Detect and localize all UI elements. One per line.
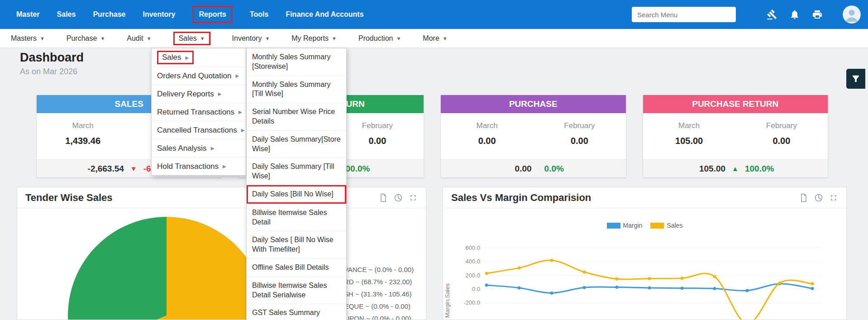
- sales-margin-line-chart: 600.0400.0200.00.0-200.0: [459, 235, 839, 320]
- submenu-item-daily-sales-bill-no-wise-with-timefilter[interactable]: Daily Sales [ Bill No Wise With Timefilt…: [247, 231, 346, 258]
- chevron-down-icon: ▼: [396, 36, 401, 41]
- notifications-bell-icon[interactable]: [789, 9, 800, 20]
- kpi-month-value: 105.00: [643, 136, 735, 146]
- kpi-month-value: 1,439.46: [37, 136, 129, 146]
- auction-gavel-icon[interactable]: [767, 9, 777, 20]
- menubar-item-audit[interactable]: Audit▼: [127, 34, 151, 43]
- panel-title: Tender Wise Sales: [25, 192, 113, 204]
- submenu-arrow-icon: ▶: [238, 110, 242, 115]
- submenu-item-serial-number-wise-price-details[interactable]: Serial Number Wise Price Details: [247, 103, 346, 130]
- sales-point[interactable]: [811, 282, 814, 285]
- submenu-item-offline-sales-bill-details[interactable]: Offline Sales Bill Details: [247, 258, 346, 277]
- menu-item-hold-transactions[interactable]: Hold Transactions▶: [152, 157, 246, 175]
- menubar-item-my-reports[interactable]: My Reports▼: [291, 34, 337, 43]
- sales-reports-submenu: Monthly Sales Summary [Storewise] Monthl…: [246, 48, 347, 320]
- sales-point[interactable]: [713, 275, 716, 278]
- submenu-item-daily-sales-summary-till-wise[interactable]: Daily Sales Summary [Till Wise]: [247, 158, 346, 185]
- sales-point[interactable]: [518, 266, 521, 269]
- sales-vs-margin-panel: Sales Vs Margin Comparision MarginSales …: [443, 187, 847, 320]
- topnav-item-finance-and-accounts[interactable]: Finance And Accounts: [286, 10, 363, 19]
- sales-point[interactable]: [550, 259, 553, 262]
- menu-item-sales-analysis[interactable]: Sales Analysis▶: [152, 139, 246, 157]
- pie-slice-cash[interactable]: [68, 217, 167, 320]
- line-legend-item[interactable]: Margin: [607, 222, 643, 229]
- sales-point[interactable]: [648, 277, 651, 280]
- submenu-arrow-icon: ▶: [241, 128, 245, 133]
- submenu-item-billwise-itemwise-sales-detail[interactable]: Billwise Itemwise Sales Detail: [247, 204, 346, 231]
- margin-point[interactable]: [485, 283, 488, 287]
- submenu-item-daily-sales-bill-no-wise[interactable]: Daily Sales [Bill No Wise]: [247, 185, 346, 204]
- print-icon[interactable]: [812, 9, 823, 20]
- margin-point[interactable]: [681, 287, 684, 290]
- page-title: Dashboard: [20, 51, 84, 65]
- pie-chart-icon[interactable]: [814, 193, 823, 202]
- topnav-item-reports[interactable]: Reports: [199, 10, 226, 19]
- kpi-month-value: 0.00: [735, 136, 828, 146]
- sales-point[interactable]: [615, 277, 619, 281]
- topnav-item-tools[interactable]: Tools: [250, 10, 268, 19]
- fullscreen-icon[interactable]: [409, 193, 418, 202]
- submenu-item-monthly-sales-summary-storewise[interactable]: Monthly Sales Summary [Storewise]: [247, 48, 346, 76]
- search-input[interactable]: [632, 7, 736, 22]
- topnav-item-sales[interactable]: Sales: [57, 10, 76, 19]
- menubar-item-production[interactable]: Production▼: [358, 34, 401, 43]
- kpi-card-purchase-return: PURCHASE RETURN March105.00 February0.00…: [643, 95, 828, 177]
- margin-point[interactable]: [648, 287, 651, 290]
- pie-chart-icon[interactable]: [394, 193, 403, 202]
- menu-item-orders-and-quotation[interactable]: Orders And Quotation▶: [152, 67, 246, 85]
- tender-wise-sales-panel: Tender Wise Sales ADVANCE ~ (0.0% - 0.00…: [17, 187, 426, 320]
- annotation-highlight-sales-item: Sales ▶: [157, 51, 194, 64]
- annotation-highlight-reports: Reports: [192, 6, 232, 23]
- sales-point[interactable]: [583, 271, 586, 274]
- panel-title: Sales Vs Margin Comparision: [451, 192, 591, 204]
- menu-item-delivery-reports[interactable]: Delivery Reports▶: [152, 85, 246, 103]
- topnav-item-purchase[interactable]: Purchase: [93, 10, 125, 19]
- menu-item-cancelled-transactions[interactable]: Cancelled Transactions▶: [152, 121, 246, 139]
- menubar-item-sales[interactable]: Sales▼: [179, 34, 205, 43]
- submenu-item-billwise-itemwise-sales-detail-serialwise[interactable]: Billwise Itemwise Sales Detail Serialwis…: [247, 277, 346, 304]
- page-subtitle: As on Mar 2026: [20, 67, 77, 76]
- kpi-card-title: PURCHASE RETURN: [643, 95, 828, 113]
- submenu-item-gst-sales-summary[interactable]: GST Sales Summary: [247, 304, 346, 320]
- kpi-month-value: 0.00: [441, 136, 533, 146]
- line-chart-legend: MarginSales: [443, 222, 846, 229]
- menubar-item-purchase[interactable]: Purchase▼: [67, 34, 105, 43]
- export-icon[interactable]: [379, 193, 388, 202]
- chevron-down-icon: ▼: [265, 36, 270, 41]
- submenu-item-daily-sales-summary-store-wise[interactable]: Daily Sales Summary[Store Wise]: [247, 130, 346, 158]
- margin-point[interactable]: [518, 287, 521, 290]
- topnav-item-master[interactable]: Master: [16, 10, 40, 19]
- submenu-item-monthly-sales-summary-till-wise[interactable]: Monthly Sales Summary [Till Wise]: [247, 76, 346, 103]
- chevron-down-icon: ▼: [40, 36, 45, 41]
- sales-point[interactable]: [778, 282, 782, 285]
- menu-item-sales[interactable]: Sales ▶: [152, 48, 246, 67]
- user-avatar[interactable]: [843, 5, 861, 24]
- margin-point[interactable]: [713, 287, 716, 290]
- menubar-item-inventory[interactable]: Inventory▼: [232, 34, 270, 43]
- margin-point[interactable]: [583, 286, 586, 289]
- reports-menu-bar: Masters▼ Purchase▼ Audit▼ Sales▼ Invento…: [0, 29, 868, 48]
- dashboard-filter-button[interactable]: [846, 69, 865, 89]
- trend-arrow-icon: ▼: [130, 165, 137, 172]
- sales-point[interactable]: [681, 277, 684, 280]
- export-icon[interactable]: [799, 193, 808, 202]
- line-legend-item[interactable]: Sales: [650, 222, 682, 229]
- kpi-card-title: PURCHASE: [441, 95, 626, 113]
- margin-point[interactable]: [811, 287, 814, 290]
- fullscreen-icon[interactable]: [829, 193, 838, 202]
- margin-point[interactable]: [550, 291, 553, 295]
- menubar-item-masters[interactable]: Masters▼: [11, 34, 45, 43]
- legend-label: Sales: [667, 222, 682, 229]
- margin-point[interactable]: [746, 289, 749, 292]
- sales-point[interactable]: [485, 272, 488, 275]
- kpi-month-label: February: [735, 121, 828, 130]
- kpi-diff-value: -2,663.54: [88, 164, 124, 174]
- menu-item-returned-transactions[interactable]: Returned Transactions▶: [152, 103, 246, 121]
- legend-swatch-icon: [607, 223, 620, 229]
- margin-point[interactable]: [615, 286, 619, 289]
- kpi-month-label: March: [643, 121, 735, 130]
- menubar-item-more[interactable]: More▼: [423, 34, 447, 43]
- topnav-item-inventory[interactable]: Inventory: [143, 10, 175, 19]
- svg-text:400.0: 400.0: [465, 258, 480, 265]
- tender-pie-chart: [60, 209, 273, 320]
